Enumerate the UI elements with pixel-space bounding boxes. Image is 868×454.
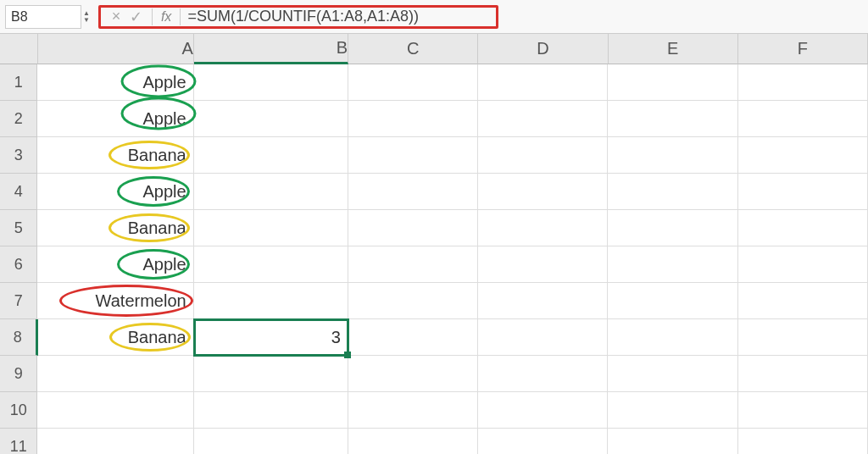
cell-c4[interactable] <box>348 174 478 210</box>
cell-c11[interactable] <box>348 429 478 454</box>
cell-b5[interactable] <box>194 210 348 246</box>
cell-f4[interactable] <box>738 174 868 210</box>
col-header-f[interactable]: F <box>738 34 868 64</box>
col-header-c[interactable]: C <box>348 34 478 64</box>
cell-a3[interactable]: Banana <box>37 137 193 174</box>
cell-a7[interactable]: Watermelon <box>37 283 193 319</box>
formula-input[interactable] <box>186 7 491 26</box>
cell-b11[interactable] <box>194 429 348 454</box>
cell-f11[interactable] <box>738 429 868 454</box>
cell-f6[interactable] <box>738 246 868 283</box>
cell-e8[interactable] <box>608 319 737 356</box>
cell-b7[interactable] <box>194 283 348 319</box>
cell-a10[interactable] <box>37 392 193 429</box>
cell-a5[interactable]: Banana <box>37 210 193 246</box>
row-header-7[interactable]: 7 <box>0 283 37 319</box>
cell-c3[interactable] <box>348 137 478 174</box>
cell-a4[interactable]: Apple <box>37 174 193 210</box>
cell-d4[interactable] <box>478 174 608 210</box>
cell-value: Apple <box>143 73 186 92</box>
cell-a11[interactable] <box>37 429 193 454</box>
cell-d2[interactable] <box>478 101 608 137</box>
cell-f5[interactable] <box>738 210 868 246</box>
cell-c7[interactable] <box>348 283 478 319</box>
row-header-10[interactable]: 10 <box>0 392 37 429</box>
cell-value: Apple <box>143 182 186 202</box>
name-box[interactable]: B8 <box>5 5 81 29</box>
row-11: 11 <box>0 429 868 454</box>
cell-e7[interactable] <box>608 283 737 319</box>
cell-e9[interactable] <box>608 356 737 392</box>
cell-d6[interactable] <box>478 246 608 283</box>
cell-b1[interactable] <box>194 64 348 101</box>
cell-e10[interactable] <box>608 392 737 429</box>
cell-f2[interactable] <box>738 101 868 137</box>
cell-d9[interactable] <box>478 356 608 392</box>
row-header-4[interactable]: 4 <box>0 174 37 210</box>
row-6: 6 Apple <box>0 246 868 283</box>
cell-c8[interactable] <box>348 319 478 356</box>
cell-b6[interactable] <box>194 246 348 283</box>
cell-c1[interactable] <box>348 64 478 101</box>
row-header-5[interactable]: 5 <box>0 210 37 246</box>
cell-e3[interactable] <box>608 137 737 174</box>
cell-d1[interactable] <box>478 64 608 101</box>
cell-b10[interactable] <box>194 392 348 429</box>
cell-value: 3 <box>331 328 341 347</box>
cell-a8[interactable]: Banana <box>38 319 194 356</box>
cell-e1[interactable] <box>608 64 737 101</box>
cell-a6[interactable]: Apple <box>37 246 193 283</box>
cell-b8[interactable]: 3 <box>194 319 348 356</box>
cell-b2[interactable] <box>194 101 348 137</box>
cell-a1[interactable]: Apple <box>37 64 193 101</box>
cell-b3[interactable] <box>194 137 348 174</box>
cell-f3[interactable] <box>738 137 868 174</box>
row-1: 1 Apple <box>0 64 868 101</box>
cell-d11[interactable] <box>478 429 608 454</box>
cell-e11[interactable] <box>608 429 737 454</box>
cell-c6[interactable] <box>348 246 478 283</box>
cell-e6[interactable] <box>608 246 737 283</box>
cell-f10[interactable] <box>738 392 868 429</box>
cell-c2[interactable] <box>348 101 478 137</box>
cell-f9[interactable] <box>738 356 868 392</box>
cell-e4[interactable] <box>608 174 737 210</box>
confirm-formula-button[interactable]: ✓ <box>126 8 147 26</box>
cell-c9[interactable] <box>348 356 478 392</box>
row-header-2[interactable]: 2 <box>0 101 37 137</box>
cell-d3[interactable] <box>478 137 608 174</box>
cell-c10[interactable] <box>348 392 478 429</box>
cell-a9[interactable] <box>37 356 193 392</box>
cell-f7[interactable] <box>738 283 868 319</box>
fx-icon[interactable]: fx <box>161 9 171 25</box>
cancel-formula-button[interactable]: × <box>106 8 126 25</box>
fill-handle[interactable] <box>344 352 351 358</box>
cell-e5[interactable] <box>608 210 737 246</box>
formula-bar: B8 ▲ ▼ × ✓ fx <box>0 0 868 34</box>
cell-b9[interactable] <box>194 356 348 392</box>
row-7: 7 Watermelon <box>0 283 868 319</box>
cell-f8[interactable] <box>738 319 868 356</box>
cell-e2[interactable] <box>608 101 737 137</box>
select-all-corner[interactable] <box>0 34 38 64</box>
col-header-a[interactable]: A <box>38 34 194 64</box>
cell-c5[interactable] <box>348 210 478 246</box>
cell-f1[interactable] <box>738 64 868 101</box>
row-header-3[interactable]: 3 <box>0 137 37 174</box>
cell-d7[interactable] <box>478 283 608 319</box>
cell-d8[interactable] <box>478 319 608 356</box>
row-header-11[interactable]: 11 <box>0 429 37 454</box>
cell-a2[interactable]: Apple <box>37 101 193 137</box>
col-header-b[interactable]: B <box>194 34 348 64</box>
cell-d10[interactable] <box>478 392 608 429</box>
row-header-8[interactable]: 8 <box>0 319 38 356</box>
col-header-e[interactable]: E <box>609 34 738 64</box>
cell-b4[interactable] <box>194 174 348 210</box>
cell-d5[interactable] <box>478 210 608 246</box>
row-header-1[interactable]: 1 <box>0 64 37 101</box>
name-box-stepper[interactable]: ▲ ▼ <box>83 10 90 24</box>
row-header-9[interactable]: 9 <box>0 356 37 392</box>
cell-value: Banana <box>128 146 186 165</box>
col-header-d[interactable]: D <box>478 34 608 64</box>
row-header-6[interactable]: 6 <box>0 246 37 283</box>
